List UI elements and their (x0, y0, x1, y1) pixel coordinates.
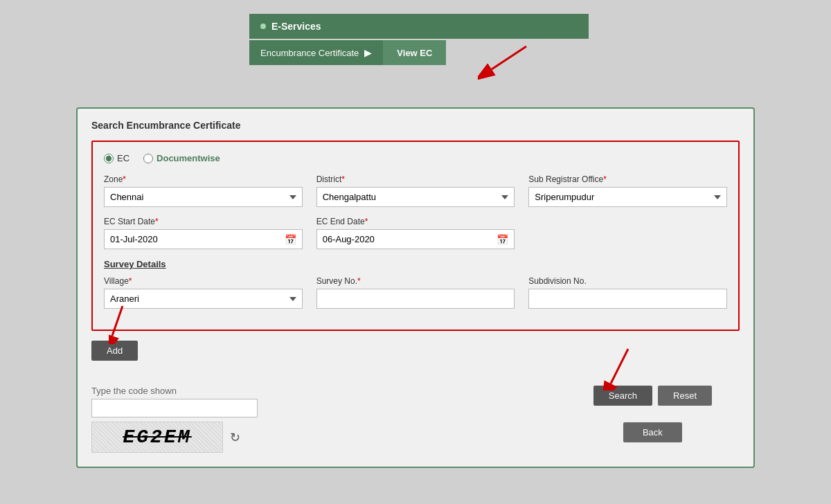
enc-cert-label: Encumbrance Certificate (260, 48, 359, 58)
nav-eservices-row: E-Services (249, 14, 589, 39)
district-label: District* (316, 174, 515, 184)
subdivision-input[interactable] (528, 289, 727, 309)
captcha-image-wrap: EG2EM ↻ (91, 422, 593, 453)
add-button-area: Add (91, 341, 138, 372)
search-form-box: EC Documentwise Zone* Chennai Salem Madu… (91, 141, 740, 331)
back-button[interactable]: Back (623, 422, 682, 442)
calendar-icon-start[interactable]: 📅 (279, 231, 302, 248)
back-button-wrap: Back (623, 422, 682, 442)
survey-details-title: Survey Details (104, 259, 727, 269)
radio-ec-text: EC (117, 153, 129, 163)
subdivision-label: Subdivision No. (528, 276, 727, 286)
village-field-group: Village* Araneri Ariyalur Chengalpattu (104, 276, 303, 309)
calendar-icon-end[interactable]: 📅 (491, 231, 514, 248)
captcha-code: EG2EM (118, 425, 195, 449)
ec-start-date-group: EC Start Date* 📅 (104, 217, 303, 249)
nav-separator-icon: ▶ (364, 47, 372, 58)
zone-label: Zone* (104, 174, 303, 184)
captcha-section: Type the code shown EG2EM ↻ (91, 386, 593, 453)
sub-registrar-label: Sub Registrar Office* (528, 174, 727, 184)
ec-end-date-wrap: 📅 (316, 229, 515, 249)
survey-no-required: * (357, 276, 361, 286)
survey-no-label: Survey No.* (316, 276, 515, 286)
reset-button[interactable]: Reset (658, 386, 712, 406)
navigation-area: E-Services Encumbrance Certificate ▶ Vie… (249, 14, 589, 65)
lower-section: Type the code shown EG2EM ↻ (91, 386, 740, 453)
survey-no-field-group: Survey No.* (316, 276, 515, 309)
svg-line-5 (611, 349, 628, 384)
district-field-group: District* Chengalpattu Chennai Tiruvallu… (316, 174, 515, 207)
village-select[interactable]: Araneri Ariyalur Chengalpattu (104, 289, 303, 309)
ec-start-date-label: EC Start Date* (104, 217, 303, 226)
sub-registrar-required: * (603, 174, 607, 184)
village-label: Village* (104, 276, 303, 286)
zone-select[interactable]: Chennai Salem Madurai Coimbatore (104, 187, 303, 207)
nav-dot-icon (260, 24, 266, 29)
refresh-icon[interactable]: ↻ (230, 430, 240, 445)
radio-docwise-label[interactable]: Documentwise (143, 153, 220, 163)
survey-no-input[interactable] (316, 289, 515, 309)
ec-start-date-input[interactable] (105, 230, 279, 249)
sub-registrar-select[interactable]: Sriperumpudur Tambaram Kancheepuram (528, 187, 727, 207)
radio-docwise-text: Documentwise (157, 153, 220, 163)
radio-ec-label[interactable]: EC (104, 153, 129, 163)
ec-end-date-label: EC End Date* (316, 217, 515, 226)
nav-breadcrumb-row: Encumbrance Certificate ▶ View EC (249, 40, 589, 65)
red-arrow-search-icon (600, 345, 642, 390)
district-select[interactable]: Chengalpattu Chennai Tiruvallur Kanchipu… (316, 187, 515, 207)
ec-end-date-group: EC End Date* 📅 (316, 217, 515, 249)
view-ec-label: View EC (397, 48, 432, 58)
main-search-panel: Search Encumbrance Certificate EC Docume… (76, 107, 755, 468)
ec-start-required: * (155, 217, 159, 226)
radio-row: EC Documentwise (104, 153, 727, 163)
sub-registrar-field-group: Sub Registrar Office* Sriperumpudur Tamb… (528, 174, 727, 207)
search-reset-row: Search Reset (593, 386, 712, 406)
action-buttons-section: Search Reset Back (593, 386, 740, 442)
village-required: * (129, 276, 132, 286)
search-button[interactable]: Search (593, 386, 652, 406)
subdivision-field-group: Subdivision No. (528, 276, 727, 309)
captcha-image: EG2EM (91, 422, 223, 453)
fields-row-2: EC Start Date* 📅 EC End Date* 📅 (104, 217, 727, 249)
eservices-label: E-Services (271, 21, 321, 32)
nav-view-ec[interactable]: View EC (383, 40, 446, 65)
fields-row-1: Zone* Chennai Salem Madurai Coimbatore D… (104, 174, 727, 207)
district-required: * (341, 174, 345, 184)
ec-end-required: * (365, 217, 368, 226)
captcha-label: Type the code shown (91, 386, 593, 396)
radio-docwise[interactable] (143, 154, 153, 163)
add-button[interactable]: Add (91, 341, 138, 361)
zone-field-group: Zone* Chennai Salem Madurai Coimbatore (104, 174, 303, 207)
ec-end-date-input[interactable] (317, 230, 492, 249)
zone-required: * (123, 174, 126, 184)
panel-title: Search Encumbrance Certificate (91, 120, 740, 131)
radio-ec[interactable] (104, 154, 114, 163)
captcha-input[interactable] (91, 399, 258, 417)
ec-start-date-wrap: 📅 (104, 229, 303, 249)
fields-row-3: Village* Araneri Ariyalur Chengalpattu S… (104, 276, 727, 309)
nav-enc-cert[interactable]: Encumbrance Certificate ▶ (249, 40, 383, 65)
